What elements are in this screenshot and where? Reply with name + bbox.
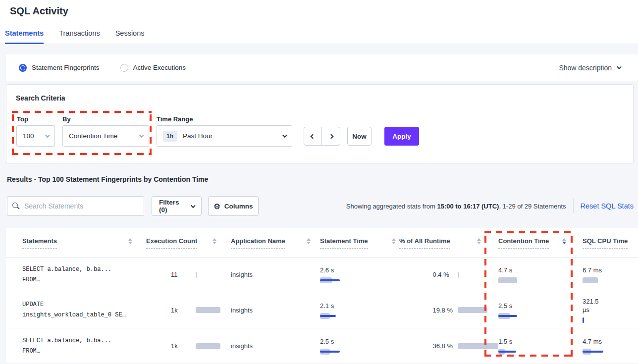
percent-runtime-cell: 0.4 % [399, 258, 491, 292]
header-application-name[interactable]: Application Name [231, 228, 311, 258]
tab-bar: Statements Transactions Sessions [5, 29, 144, 44]
sql-cpu-time-bar [583, 277, 632, 283]
tab-transactions[interactable]: Transactions [59, 29, 100, 44]
contention-time-bar [498, 277, 548, 283]
chevron-down-icon [45, 133, 50, 138]
radio-label[interactable]: Statement Fingerprints [32, 64, 100, 71]
filters-label: Filters (0) [159, 199, 187, 213]
show-description-toggle[interactable]: Show description [559, 64, 620, 72]
radio-selected-icon[interactable] [19, 64, 27, 72]
tab-sessions[interactable]: Sessions [115, 29, 145, 44]
search-criteria-heading: Search Criteria [16, 94, 65, 102]
search-icon [12, 203, 20, 210]
time-range-value: Past Hour [183, 132, 213, 140]
percent-runtime-cell: 19.8 % [399, 292, 491, 328]
sql-cpu-time-bar [583, 349, 632, 355]
chevron-down-icon [617, 64, 622, 69]
chevron-down-icon [191, 203, 196, 208]
chevron-down-icon [282, 133, 287, 138]
sql-cpu-time-bar [583, 317, 632, 323]
gear-icon: ⚙ [213, 203, 220, 210]
table-header-row: Statements Execution Count Application N… [6, 228, 638, 258]
top-label: Top [17, 115, 28, 123]
contention-time-cell: 2.5 s [498, 292, 573, 328]
radio-active-executions[interactable]: Active Executions [120, 64, 186, 72]
execution-count-cell: 1k [146, 328, 220, 364]
tab-statements[interactable]: Statements [5, 29, 44, 44]
header-percent-runtime[interactable]: % of All Runtime [399, 228, 481, 258]
columns-label: Columns [224, 203, 253, 210]
contention-time-cell: 4.7 s [498, 258, 573, 292]
stats-time-range: 15:00 to 16:17 (UTC) [437, 203, 499, 210]
time-back-button[interactable] [304, 127, 322, 145]
sort-icon[interactable] [477, 238, 481, 247]
contention-time-bar [498, 313, 548, 319]
radio-label[interactable]: Active Executions [133, 64, 186, 71]
search-statements-input[interactable] [24, 202, 139, 210]
application-name-cell: insights [231, 328, 310, 364]
now-button[interactable]: Now [347, 127, 372, 146]
search-statements-box[interactable] [7, 196, 144, 216]
chevron-right-icon [328, 134, 333, 139]
sort-icon[interactable] [392, 238, 396, 247]
chevron-left-icon [311, 134, 316, 139]
application-name-cell: insights [231, 292, 310, 328]
reset-sql-stats-link[interactable]: Reset SQL Stats [581, 202, 634, 210]
execution-count-cell: 1k [146, 292, 220, 328]
statement-time-cell: 2.1 s [320, 292, 389, 328]
time-range-label: Time Range [157, 115, 193, 123]
statement-time-bar [320, 349, 370, 355]
page-header: SQL Activity Statements Transactions Ses… [0, 0, 638, 44]
contention-time-bar [498, 349, 548, 355]
sql-cpu-time-cell: 6.7 ms [583, 258, 636, 292]
statements-table: Statements Execution Count Application N… [6, 228, 638, 364]
sort-icon[interactable] [307, 238, 311, 247]
stats-bar: Showing aggregated stats from 15:00 to 1… [327, 196, 634, 216]
by-select[interactable]: Contention Time [62, 125, 149, 147]
sort-icon-active-desc[interactable] [562, 238, 566, 247]
table-row: UPDATE insights_workload_table_0 SE… 1k … [6, 292, 638, 328]
statement-fingerprint-link[interactable]: SELECT a.balance, b.ba... FROM… [22, 328, 141, 364]
time-forward-button[interactable] [322, 127, 340, 145]
sort-icon[interactable] [128, 238, 132, 247]
time-range-select[interactable]: 1h Past Hour [157, 125, 292, 147]
statement-time-bar [320, 313, 370, 319]
view-toggle-bar: Statement Fingerprints Active Executions… [6, 54, 638, 81]
sql-cpu-time-cell: 321.5 µs [583, 292, 636, 328]
statement-time-bar [320, 277, 370, 283]
sql-activity-page: SQL Activity Statements Transactions Ses… [0, 0, 638, 364]
show-description-label[interactable]: Show description [559, 64, 612, 72]
chevron-down-icon [139, 133, 144, 138]
top-select-value: 100 [23, 132, 34, 140]
header-contention-time[interactable]: Contention Time [498, 228, 566, 258]
statement-fingerprint-link[interactable]: UPDATE insights_workload_table_0 SE… [22, 292, 141, 328]
header-statements[interactable]: Statements [22, 228, 132, 258]
statement-time-cell: 2.5 s [320, 328, 389, 364]
application-name-cell: insights [231, 258, 310, 292]
time-range-badge: 1h [163, 131, 177, 142]
by-label: By [62, 115, 71, 123]
sort-icon[interactable] [213, 238, 216, 247]
header-execution-count[interactable]: Execution Count [146, 228, 216, 258]
table-row: SELECT a.balance, b.ba... FROM… 1k insig… [6, 328, 638, 364]
page-title: SQL Activity [10, 5, 68, 17]
results-heading: Results - Top 100 Statement Fingerprints… [7, 175, 208, 183]
execution-count-cell: 11 [146, 258, 220, 292]
apply-button[interactable]: Apply [384, 127, 419, 146]
radio-unselected-icon[interactable] [120, 64, 128, 72]
statement-fingerprint-link[interactable]: SELECT a.balance, b.ba... FROM… [22, 258, 141, 292]
header-statement-time[interactable]: Statement Time [320, 228, 396, 258]
stats-text: Showing aggregated stats from 15:00 to 1… [346, 203, 566, 210]
contention-time-cell: 1.5 s [498, 328, 573, 364]
filters-button[interactable]: Filters (0) [152, 196, 202, 216]
radio-statement-fingerprints[interactable]: Statement Fingerprints [19, 64, 100, 72]
columns-button[interactable]: ⚙ Columns [208, 196, 259, 216]
statement-time-cell: 2.6 s [320, 258, 389, 292]
top-select[interactable]: 100 [16, 125, 55, 147]
sql-cpu-time-cell: 4.7 ms [583, 328, 636, 364]
percent-runtime-cell: 36.8 % [399, 328, 491, 364]
header-sql-cpu-time[interactable]: SQL CPU Time [583, 228, 637, 258]
time-nav-group [304, 127, 340, 146]
divider [573, 199, 574, 213]
table-row: SELECT a.balance, b.ba... FROM… 11 insig… [6, 258, 638, 292]
